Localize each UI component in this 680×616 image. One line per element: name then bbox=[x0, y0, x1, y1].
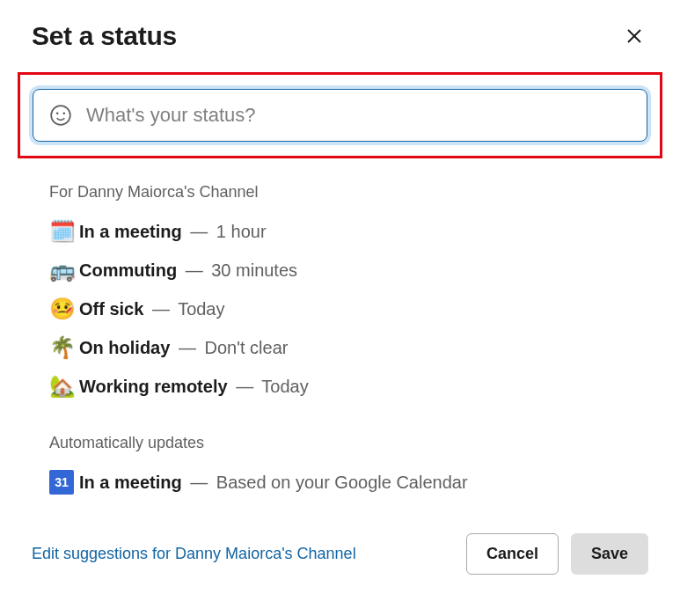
section-label-auto: Automatically updates bbox=[49, 434, 648, 452]
status-label: On holiday bbox=[79, 338, 170, 357]
spiral-calendar-icon: 🗓️ bbox=[49, 219, 79, 244]
status-label: Off sick bbox=[79, 299, 143, 319]
cancel-button[interactable]: Cancel bbox=[466, 533, 559, 575]
save-button[interactable]: Save bbox=[571, 533, 648, 575]
status-preset-list: 🗓️ In a meeting — 1 hour 🚌 Commuting — 3… bbox=[32, 212, 648, 406]
status-item-holiday[interactable]: 🌴 On holiday — Don't clear bbox=[44, 328, 648, 367]
status-item-sick[interactable]: 🤒 Off sick — Today bbox=[44, 290, 648, 328]
status-input[interactable] bbox=[86, 104, 631, 127]
status-duration: Based on your Google Calendar bbox=[216, 473, 468, 492]
svg-point-2 bbox=[51, 106, 70, 125]
status-item-calendar-meeting[interactable]: 31 In a meeting — Based on your Google C… bbox=[44, 463, 648, 502]
status-input-highlight bbox=[18, 72, 662, 158]
dash: — bbox=[190, 473, 208, 492]
calendar-31-badge: 31 bbox=[49, 470, 74, 495]
modal-header: Set a status bbox=[32, 21, 648, 51]
palm-tree-icon: 🌴 bbox=[49, 335, 79, 360]
status-text: Off sick — Today bbox=[79, 299, 225, 319]
section-label-channel: For Danny Maiorca's Channel bbox=[49, 183, 648, 202]
footer-buttons: Cancel Save bbox=[466, 533, 648, 575]
bus-icon: 🚌 bbox=[49, 258, 79, 282]
status-text: Commuting — 30 minutes bbox=[79, 260, 297, 281]
status-item-meeting[interactable]: 🗓️ In a meeting — 1 hour bbox=[44, 212, 648, 251]
svg-point-4 bbox=[62, 113, 65, 115]
calendar-icon: 31 bbox=[49, 470, 79, 495]
modal-footer: Edit suggestions for Danny Maiorca's Cha… bbox=[32, 533, 648, 575]
status-item-commuting[interactable]: 🚌 Commuting — 30 minutes bbox=[44, 251, 648, 290]
status-text: On holiday — Don't clear bbox=[79, 338, 288, 358]
dash: — bbox=[190, 222, 208, 241]
status-label: Commuting bbox=[79, 260, 177, 280]
edit-suggestions-link[interactable]: Edit suggestions for Danny Maiorca's Cha… bbox=[32, 545, 356, 563]
status-item-remote[interactable]: 🏡 Working remotely — Today bbox=[44, 367, 648, 406]
auto-status-list: 31 In a meeting — Based on your Google C… bbox=[32, 463, 648, 502]
dash: — bbox=[186, 260, 203, 280]
status-duration: Today bbox=[261, 377, 308, 396]
status-text: In a meeting — 1 hour bbox=[79, 222, 267, 242]
smiley-icon[interactable] bbox=[49, 104, 72, 127]
svg-point-3 bbox=[56, 113, 59, 115]
sick-face-icon: 🤒 bbox=[49, 297, 79, 321]
house-garden-icon: 🏡 bbox=[49, 374, 79, 399]
status-label: Working remotely bbox=[79, 377, 228, 396]
status-label: In a meeting bbox=[79, 222, 182, 241]
close-icon[interactable] bbox=[624, 26, 645, 47]
dash: — bbox=[236, 377, 253, 396]
dash: — bbox=[179, 338, 196, 357]
status-duration: Don't clear bbox=[204, 338, 288, 357]
status-text: Working remotely — Today bbox=[79, 377, 309, 397]
status-duration: 1 hour bbox=[216, 222, 267, 241]
dash: — bbox=[152, 299, 170, 319]
status-input-container[interactable] bbox=[33, 89, 647, 142]
modal-title: Set a status bbox=[32, 21, 177, 51]
status-text: In a meeting — Based on your Google Cale… bbox=[79, 473, 468, 493]
status-duration: 30 minutes bbox=[211, 260, 297, 280]
status-label: In a meeting bbox=[79, 473, 182, 492]
status-duration: Today bbox=[178, 299, 224, 319]
